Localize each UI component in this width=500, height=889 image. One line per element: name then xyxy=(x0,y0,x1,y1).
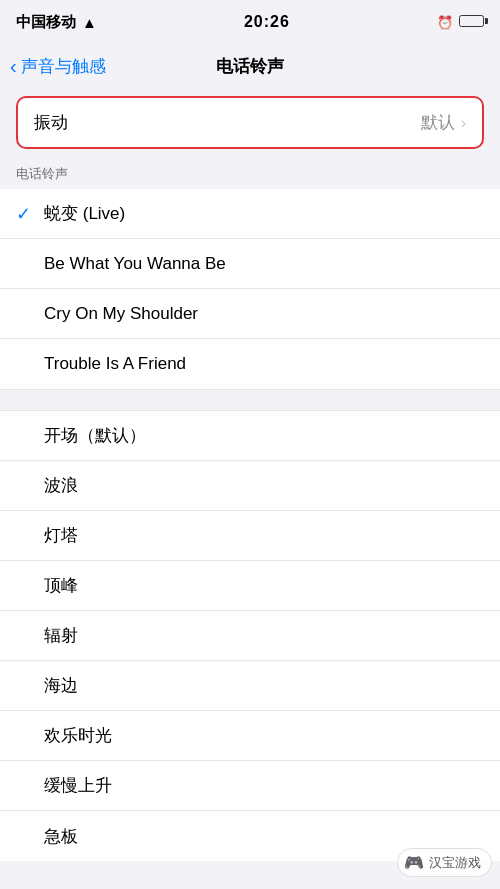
tone-label: 急板 xyxy=(44,825,484,848)
status-time: 20:26 xyxy=(244,13,290,31)
tone-label: 海边 xyxy=(44,674,484,697)
default-tone-item[interactable]: 辐射 xyxy=(0,611,500,661)
default-tone-item[interactable]: 开场（默认） xyxy=(0,411,500,461)
ringtone-item[interactable]: ✓ 蜕变 (Live) xyxy=(0,189,500,239)
default-tone-item[interactable]: 波浪 xyxy=(0,461,500,511)
section-separator xyxy=(0,389,500,411)
ringtone-section-label: 电话铃声 xyxy=(0,157,500,189)
default-tone-item[interactable]: 缓慢上升 xyxy=(0,761,500,811)
back-label: 声音与触感 xyxy=(21,55,106,78)
default-tone-item[interactable]: 灯塔 xyxy=(0,511,500,561)
vibration-section: 振动 默认 › xyxy=(16,96,484,149)
tone-label: 辐射 xyxy=(44,624,484,647)
tone-label: 缓慢上升 xyxy=(44,774,484,797)
page-title: 电话铃声 xyxy=(216,55,284,78)
default-tones-list: 开场（默认） 波浪 灯塔 顶峰 辐射 海边 欢乐时光 缓慢上升 急板 xyxy=(0,411,500,861)
watermark-emoji: 🎮 xyxy=(404,853,424,872)
tone-label: 波浪 xyxy=(44,474,484,497)
content-area: 振动 默认 › 电话铃声 ✓ 蜕变 (Live) Be What You Wan… xyxy=(0,88,500,869)
tone-label: 灯塔 xyxy=(44,524,484,547)
tone-label: 开场（默认） xyxy=(44,424,484,447)
status-right: ⏰ xyxy=(437,15,484,30)
vibration-default-value: 默认 xyxy=(421,111,455,134)
ringtone-item[interactable]: Cry On My Shoulder xyxy=(0,289,500,339)
back-chevron-icon: ‹ xyxy=(10,56,17,76)
checkmark-icon: ✓ xyxy=(16,203,44,225)
watermark-text: 汉宝游戏 xyxy=(429,854,481,872)
tone-label: 欢乐时光 xyxy=(44,724,484,747)
default-tone-item[interactable]: 欢乐时光 xyxy=(0,711,500,761)
battery-icon xyxy=(459,15,484,30)
ringtone-label: 蜕变 (Live) xyxy=(44,202,484,225)
nav-bar: ‹ 声音与触感 电话铃声 xyxy=(0,44,500,88)
vibration-label: 振动 xyxy=(34,111,68,134)
ringtone-item[interactable]: Trouble Is A Friend xyxy=(0,339,500,389)
alarm-icon: ⏰ xyxy=(437,15,453,30)
back-button[interactable]: ‹ 声音与触感 xyxy=(10,55,106,78)
status-left: 中国移动 ▲ xyxy=(16,13,97,32)
watermark: 🎮 汉宝游戏 xyxy=(397,848,492,877)
carrier-label: 中国移动 xyxy=(16,13,76,32)
ringtone-item[interactable]: Be What You Wanna Be xyxy=(0,239,500,289)
vibration-row[interactable]: 振动 默认 › xyxy=(18,98,482,147)
ringtone-list: ✓ 蜕变 (Live) Be What You Wanna Be Cry On … xyxy=(0,189,500,389)
default-tone-item[interactable]: 海边 xyxy=(0,661,500,711)
ringtone-label: Cry On My Shoulder xyxy=(44,304,484,324)
tone-label: 顶峰 xyxy=(44,574,484,597)
status-bar: 中国移动 ▲ 20:26 ⏰ xyxy=(0,0,500,44)
vibration-right: 默认 › xyxy=(421,111,466,134)
chevron-right-icon: › xyxy=(461,114,466,132)
ringtone-label: Be What You Wanna Be xyxy=(44,254,484,274)
default-tone-item[interactable]: 顶峰 xyxy=(0,561,500,611)
wifi-icon: ▲ xyxy=(82,14,97,31)
ringtone-label: Trouble Is A Friend xyxy=(44,354,484,374)
